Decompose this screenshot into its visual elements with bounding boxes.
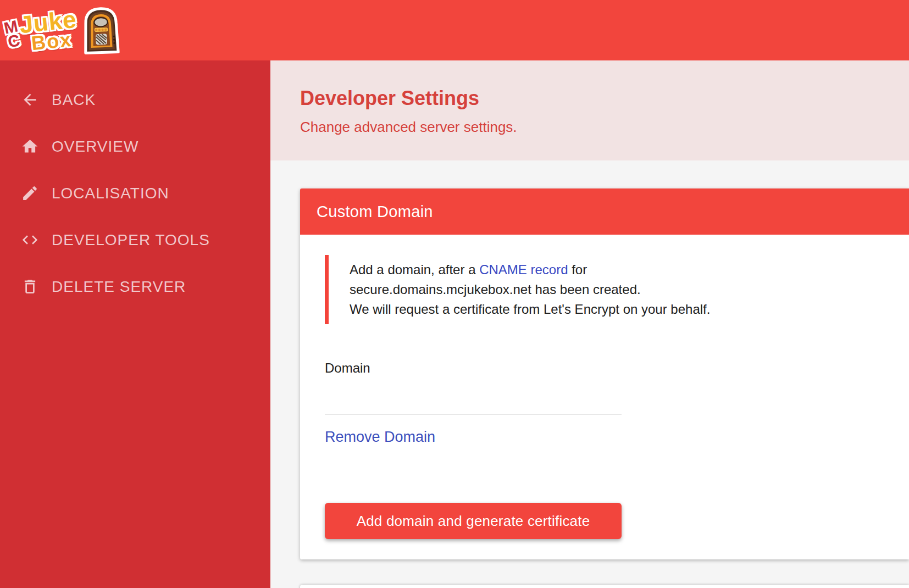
sidebar-nav: BACKOVERVIEWLOCALISATIONDEVELOPER TOOLSD… (0, 60, 270, 588)
sidebar-item-label: DELETE SERVER (52, 278, 186, 296)
custom-domain-card: Custom Domain Add a domain, after a CNAM… (300, 188, 909, 559)
domain-field-label: Domain (325, 360, 370, 375)
alert-text-after-link: for (568, 262, 587, 277)
trash-icon (21, 278, 39, 296)
alert-text-before-link: Add a domain, after a (350, 262, 479, 277)
add-domain-button[interactable]: Add domain and generate certificate (325, 503, 622, 539)
info-alert: Add a domain, after a CNAME record for s… (325, 255, 887, 324)
page-title: Developer Settings (300, 87, 909, 110)
page-subtitle: Change advanced server settings. (300, 119, 909, 136)
sidebar-item-delete-server[interactable]: DELETE SERVER (0, 263, 270, 310)
card-header: Custom Domain (300, 188, 909, 235)
sidebar-item-developer-tools[interactable]: DEVELOPER TOOLS (0, 217, 270, 263)
remove-domain-link[interactable]: Remove Domain (325, 429, 435, 446)
logo-box-text: Box (31, 30, 80, 52)
home-icon (21, 137, 39, 156)
jukebox-icon (80, 4, 123, 56)
sidebar-item-back[interactable]: BACK (0, 76, 270, 123)
cname-record-link[interactable]: CNAME record (479, 262, 568, 277)
code-icon (21, 231, 39, 249)
sidebar-item-label: BACK (52, 91, 96, 109)
alert-line-2: secure.domains.mcjukebox.net has been cr… (350, 280, 876, 299)
domain-input[interactable] (325, 376, 622, 414)
mcjukebox-logo[interactable]: MC Juke Box (4, 2, 122, 58)
app-window: MC Juke Box BACKOVERVIEWLOCALISATION (0, 0, 909, 588)
main-area: Developer Settings Change advanced serve… (270, 60, 909, 588)
sidebar-item-localisation[interactable]: LOCALISATION (0, 170, 270, 217)
page-header-band: Developer Settings Change advanced serve… (270, 60, 909, 160)
top-app-bar: MC Juke Box (0, 0, 909, 60)
logo-words: Juke Box (19, 8, 80, 54)
sidebar-item-label: OVERVIEW (52, 138, 138, 156)
alert-line-1: Add a domain, after a CNAME record for (350, 260, 876, 280)
card-title: Custom Domain (317, 203, 433, 221)
logo-letter: C (7, 33, 21, 49)
sidebar-item-label: DEVELOPER TOOLS (52, 231, 210, 249)
alert-line-3: We will request a certificate from Let's… (350, 299, 876, 319)
page-content: Custom Domain Add a domain, after a CNAM… (270, 160, 909, 588)
next-card-top-edge (300, 585, 909, 588)
arrow-left-icon (21, 91, 39, 109)
sidebar-item-overview[interactable]: OVERVIEW (0, 123, 270, 170)
card-body: Add a domain, after a CNAME record for s… (300, 235, 909, 559)
sidebar-item-label: LOCALISATION (52, 185, 169, 202)
pencil-icon (21, 184, 39, 202)
